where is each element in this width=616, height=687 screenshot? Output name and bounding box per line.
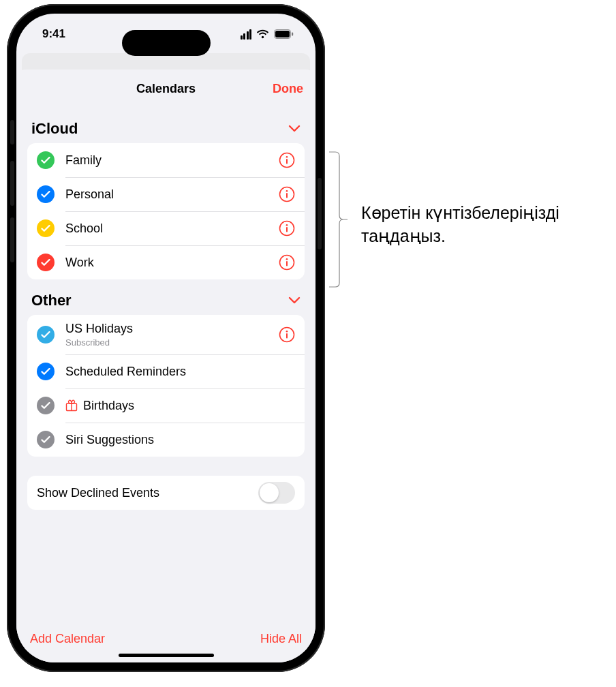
chevron-down-icon: [288, 125, 301, 133]
section-title-icloud: iCloud: [31, 120, 78, 138]
svg-rect-17: [286, 333, 288, 339]
add-calendar-button[interactable]: Add Calendar: [30, 632, 105, 646]
side-button-silence: [10, 120, 14, 144]
side-button-volume-up: [10, 161, 14, 206]
chevron-down-icon: [288, 296, 301, 305]
info-icon[interactable]: [279, 152, 295, 168]
calendar-row-personal[interactable]: Personal: [27, 177, 305, 211]
calendar-label: Work: [65, 256, 279, 270]
section-header-icloud[interactable]: iCloud: [27, 108, 305, 143]
checkmark-icon: [37, 326, 55, 344]
svg-rect-1: [275, 31, 290, 37]
calendar-row-scheduled-reminders[interactable]: Scheduled Reminders: [27, 354, 305, 388]
done-button[interactable]: Done: [196, 82, 303, 96]
cellular-icon: [241, 29, 252, 40]
icloud-calendar-group: Family Personal: [27, 143, 305, 279]
toggle-knob: [260, 483, 279, 502]
svg-rect-14: [286, 261, 288, 266]
svg-point-7: [286, 190, 288, 192]
calendar-row-birthdays[interactable]: Birthdays: [27, 388, 305, 423]
calendar-label: School: [65, 222, 279, 236]
wifi-icon: [256, 29, 269, 39]
sheet-body: iCloud Family: [16, 108, 315, 632]
calendar-row-family[interactable]: Family: [27, 143, 305, 177]
phone-frame: 9:41 Calendars: [7, 4, 325, 672]
show-declined-events-toggle[interactable]: [258, 482, 295, 504]
svg-rect-8: [286, 193, 288, 198]
calendar-label: US Holidays: [65, 322, 279, 336]
info-icon[interactable]: [279, 254, 295, 271]
info-icon[interactable]: [279, 326, 295, 343]
calendar-sublabel: Subscribed: [65, 337, 279, 348]
calendar-label: Siri Suggestions: [65, 433, 295, 447]
dynamic-island: [122, 30, 211, 56]
checkmark-icon: [37, 431, 55, 448]
calendar-label: Personal: [65, 187, 279, 202]
callout-text: Көретін күнтізбелеріңізді таңдаңыз.: [361, 202, 559, 248]
info-icon[interactable]: [279, 220, 295, 236]
checkmark-icon: [37, 363, 55, 380]
calendar-row-school[interactable]: School: [27, 211, 305, 245]
svg-rect-5: [286, 159, 288, 164]
svg-rect-11: [286, 227, 288, 232]
svg-point-4: [286, 156, 288, 158]
section-header-other[interactable]: Other: [27, 279, 305, 315]
side-button-power: [318, 178, 322, 249]
other-calendar-group: US Holidays Subscribed Scheduled Re: [27, 315, 305, 457]
calendar-label: Birthdays: [83, 399, 295, 413]
calendars-sheet: Calendars Done iCloud: [16, 70, 315, 662]
toggle-label: Show Declined Events: [37, 486, 159, 500]
sheet-header: Calendars Done: [16, 70, 315, 108]
calendar-row-work[interactable]: Work: [27, 245, 305, 279]
svg-point-10: [286, 224, 288, 226]
sheet-title: Calendars: [136, 82, 196, 96]
show-declined-events-row: Show Declined Events: [27, 476, 305, 510]
battery-icon: [274, 29, 294, 39]
svg-rect-2: [292, 33, 293, 36]
callout-bracket: [328, 151, 348, 288]
checkmark-icon: [37, 219, 55, 237]
svg-point-13: [286, 258, 288, 260]
info-icon[interactable]: [279, 186, 295, 202]
checkmark-icon: [37, 397, 55, 414]
calendar-row-us-holidays[interactable]: US Holidays Subscribed: [27, 315, 305, 354]
svg-point-16: [286, 331, 288, 333]
section-title-other: Other: [31, 292, 72, 309]
status-time: 9:41: [42, 27, 65, 41]
side-button-volume-down: [10, 217, 14, 262]
gift-icon: [65, 399, 78, 412]
calendar-label: Family: [65, 153, 279, 168]
checkmark-icon: [37, 151, 55, 169]
calendar-label: Scheduled Reminders: [65, 365, 295, 379]
phone-screen: 9:41 Calendars: [16, 14, 315, 662]
checkmark-icon: [37, 185, 55, 203]
callout-line1: Көретін күнтізбелеріңізді: [361, 202, 559, 225]
calendar-row-siri-suggestions[interactable]: Siri Suggestions: [27, 423, 305, 457]
home-indicator[interactable]: [119, 654, 214, 657]
callout-line2: таңдаңыз.: [361, 225, 559, 248]
hide-all-button[interactable]: Hide All: [260, 632, 302, 646]
checkmark-icon: [37, 254, 55, 271]
